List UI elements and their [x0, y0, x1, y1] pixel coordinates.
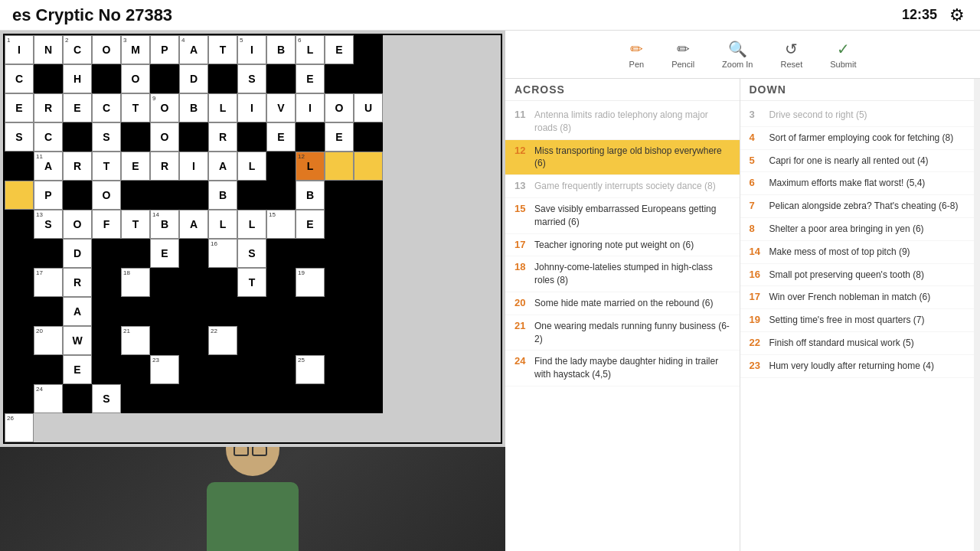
- grid-cell[interactable]: 16: [208, 239, 237, 268]
- grid-cell[interactable]: [5, 268, 34, 297]
- grid-cell[interactable]: 18: [121, 268, 150, 297]
- across-clue-item[interactable]: 13Game frequently interrupts society dan…: [505, 175, 740, 198]
- grid-cell[interactable]: [325, 210, 354, 239]
- grid-cell[interactable]: [121, 239, 150, 268]
- scrollbar[interactable]: [974, 79, 980, 551]
- grid-cell[interactable]: B: [296, 181, 325, 210]
- grid-cell[interactable]: R: [63, 152, 92, 181]
- grid-cell[interactable]: [296, 326, 325, 355]
- grid-cell[interactable]: T: [121, 210, 150, 239]
- grid-cell[interactable]: D: [63, 239, 92, 268]
- grid-cell[interactable]: [5, 152, 34, 181]
- grid-cell[interactable]: 23: [150, 355, 179, 384]
- grid-cell[interactable]: S: [237, 239, 266, 268]
- grid-cell[interactable]: [5, 355, 34, 384]
- grid-cell[interactable]: O: [92, 181, 121, 210]
- across-clue-item[interactable]: 12Miss transporting large old bishop eve…: [505, 140, 740, 176]
- grid-cell[interactable]: [121, 181, 150, 210]
- zoom-in-button[interactable]: 🔍 Zoom In: [716, 37, 759, 72]
- grid-cell[interactable]: 12L: [296, 152, 325, 181]
- down-clue-item[interactable]: 6Maximum efforts make flat worst! (5,4): [740, 172, 975, 195]
- grid-cell[interactable]: R: [208, 122, 237, 152]
- grid-cell[interactable]: [266, 152, 296, 181]
- grid-cell[interactable]: [266, 326, 296, 355]
- grid-cell[interactable]: [121, 384, 150, 413]
- grid-cell[interactable]: F: [92, 210, 121, 239]
- grid-cell[interactable]: [121, 355, 150, 384]
- grid-cell[interactable]: V: [266, 93, 296, 122]
- grid-cell[interactable]: [266, 384, 296, 413]
- grid-cell[interactable]: [266, 268, 296, 297]
- grid-cell[interactable]: 11A: [34, 152, 63, 181]
- grid-cell[interactable]: [92, 64, 121, 93]
- grid-cell[interactable]: [208, 268, 237, 297]
- grid-cell[interactable]: [237, 122, 266, 152]
- grid-cell[interactable]: 3M: [121, 35, 150, 64]
- across-clue-item[interactable]: 20Some hide mate married on the rebound …: [505, 292, 740, 315]
- grid-cell[interactable]: C: [34, 122, 63, 152]
- grid-cell[interactable]: [63, 122, 92, 152]
- grid-cell[interactable]: [325, 268, 354, 297]
- grid-cell[interactable]: [354, 297, 383, 326]
- grid-cell[interactable]: E: [325, 122, 354, 152]
- grid-cell[interactable]: T: [92, 152, 121, 181]
- grid-cell[interactable]: C: [92, 93, 121, 122]
- grid-cell[interactable]: U: [354, 93, 383, 122]
- down-clue-item[interactable]: 19Setting time's free in most quarters (…: [740, 309, 975, 332]
- grid-cell[interactable]: 5I: [237, 35, 266, 64]
- grid-cell[interactable]: B: [208, 181, 237, 210]
- grid-cell[interactable]: [208, 64, 237, 93]
- grid-cell[interactable]: 2C: [63, 35, 92, 64]
- grid-cell[interactable]: O: [92, 35, 121, 64]
- grid-cell[interactable]: [325, 152, 354, 181]
- grid-cell[interactable]: O: [121, 64, 150, 93]
- settings-button[interactable]: ⚙: [946, 5, 968, 26]
- grid-cell[interactable]: L: [208, 93, 237, 122]
- grid-cell[interactable]: [325, 384, 354, 413]
- grid-cell[interactable]: 19: [296, 268, 325, 297]
- down-clue-item[interactable]: 3Drive second to right (5): [740, 104, 975, 127]
- grid-cell[interactable]: [325, 326, 354, 355]
- grid-cell[interactable]: C: [5, 64, 34, 93]
- reset-button[interactable]: ↺ Reset: [774, 37, 808, 72]
- across-clue-item[interactable]: 15Save visibly embarrassed Europeans get…: [505, 198, 740, 234]
- grid-cell[interactable]: [63, 384, 92, 413]
- grid-cell[interactable]: [266, 297, 296, 326]
- grid-cell[interactable]: [92, 239, 121, 268]
- grid-cell[interactable]: B: [266, 35, 296, 64]
- grid-cell[interactable]: [150, 268, 179, 297]
- across-clues-list[interactable]: 11Antenna limits radio telephony along m…: [505, 101, 740, 551]
- grid-cell[interactable]: E: [121, 152, 150, 181]
- grid-cell[interactable]: I: [296, 93, 325, 122]
- down-clue-item[interactable]: 23Hum very loudly after returning home (…: [740, 355, 975, 378]
- grid-cell[interactable]: [92, 326, 121, 355]
- grid-cell[interactable]: I: [179, 152, 208, 181]
- grid-cell[interactable]: [354, 268, 383, 297]
- submit-button[interactable]: ✓ Submit: [824, 37, 862, 72]
- across-clue-item[interactable]: 18Johnny-come-latelies stumped in high-c…: [505, 256, 740, 292]
- grid-cell[interactable]: E: [150, 239, 179, 268]
- grid-cell[interactable]: 21: [121, 326, 150, 355]
- grid-cell[interactable]: 1I: [5, 35, 34, 64]
- grid-cell[interactable]: S: [92, 122, 121, 152]
- grid-cell[interactable]: S: [5, 122, 34, 152]
- grid-cell[interactable]: D: [179, 64, 208, 93]
- grid-cell[interactable]: L: [237, 152, 266, 181]
- grid-cell[interactable]: [208, 384, 237, 413]
- grid-cell[interactable]: A: [179, 210, 208, 239]
- grid-cell[interactable]: [296, 297, 325, 326]
- grid-cell[interactable]: [354, 35, 383, 64]
- grid-cell[interactable]: [63, 181, 92, 210]
- grid-cell[interactable]: 4A: [179, 35, 208, 64]
- grid-cell[interactable]: [354, 326, 383, 355]
- grid-cell[interactable]: [354, 122, 383, 152]
- grid-cell[interactable]: [121, 122, 150, 152]
- down-clue-item[interactable]: 4Sort of farmer employing cook for fetch…: [740, 127, 975, 150]
- grid-cell[interactable]: [296, 122, 325, 152]
- grid-cell[interactable]: [266, 355, 296, 384]
- grid-cell[interactable]: [179, 384, 208, 413]
- grid-cell[interactable]: E: [63, 355, 92, 384]
- grid-cell[interactable]: E: [296, 64, 325, 93]
- pen-button[interactable]: ✏ Pen: [623, 37, 651, 72]
- grid-cell[interactable]: 24: [34, 384, 63, 413]
